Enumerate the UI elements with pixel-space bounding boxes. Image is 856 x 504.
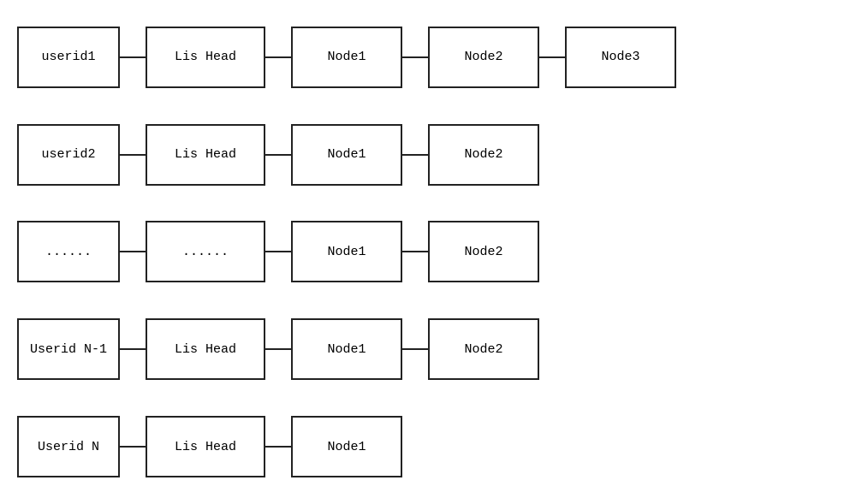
node-5-1: Node1 bbox=[291, 416, 402, 477]
node-1-2: Node2 bbox=[428, 27, 539, 88]
diagram: userid1 Lis Head Node1 Node2 Node3 useri… bbox=[0, 0, 856, 504]
userid-2: userid2 bbox=[17, 124, 120, 186]
node-4-1: Node1 bbox=[291, 318, 402, 380]
userid-5: Userid N bbox=[17, 416, 120, 477]
node-3-1: Node1 bbox=[291, 221, 402, 282]
connector bbox=[402, 154, 428, 156]
row-5: Userid N Lis Head Node1 bbox=[17, 408, 839, 485]
connector bbox=[120, 446, 146, 448]
row-4: Userid N-1 Lis Head Node1 Node2 bbox=[17, 311, 839, 388]
userid-3: ...... bbox=[17, 221, 120, 282]
node-3-2: Node2 bbox=[428, 221, 539, 282]
node-4-2: Node2 bbox=[428, 318, 539, 380]
userid-4: Userid N-1 bbox=[17, 318, 120, 380]
connector bbox=[120, 154, 146, 156]
lishead-2: Lis Head bbox=[146, 124, 265, 186]
connector bbox=[402, 251, 428, 252]
lishead-3: ...... bbox=[146, 221, 265, 282]
lishead-4: Lis Head bbox=[146, 318, 265, 380]
node-1-3: Node3 bbox=[565, 27, 676, 88]
lishead-1: Lis Head bbox=[146, 27, 265, 88]
lishead-5: Lis Head bbox=[146, 416, 265, 477]
connector bbox=[120, 251, 146, 252]
connector bbox=[265, 251, 291, 252]
row-3: ...... ...... Node1 Node2 bbox=[17, 213, 839, 290]
connector bbox=[265, 56, 291, 58]
node-2-2: Node2 bbox=[428, 124, 539, 186]
connector bbox=[265, 348, 291, 350]
connector bbox=[265, 446, 291, 448]
connector bbox=[402, 56, 428, 58]
row-2: userid2 Lis Head Node1 Node2 bbox=[17, 116, 839, 193]
connector bbox=[265, 154, 291, 156]
connector bbox=[402, 348, 428, 350]
node-1-1: Node1 bbox=[291, 27, 402, 88]
userid-1: userid1 bbox=[17, 27, 120, 88]
connector bbox=[120, 348, 146, 350]
row-1: userid1 Lis Head Node1 Node2 Node3 bbox=[17, 19, 839, 96]
connector bbox=[539, 56, 565, 58]
connector bbox=[120, 56, 146, 58]
node-2-1: Node1 bbox=[291, 124, 402, 186]
